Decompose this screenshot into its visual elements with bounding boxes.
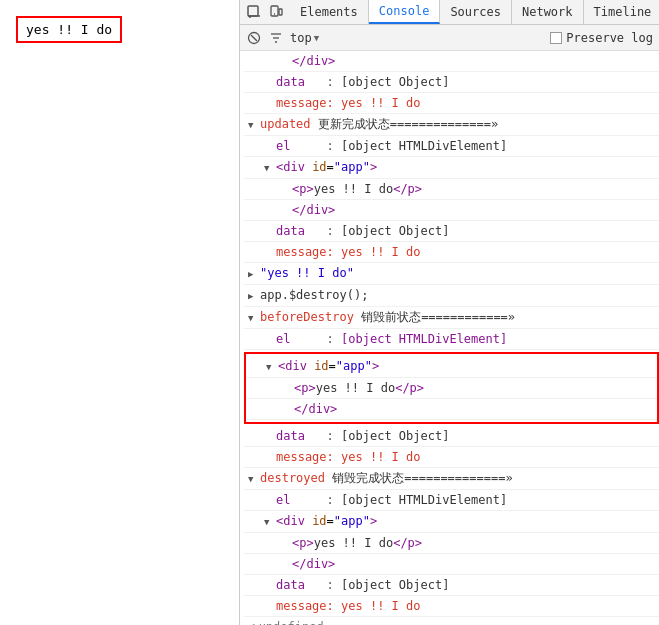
output-text: yes !! I do [26, 22, 112, 37]
context-select[interactable]: top ▼ [290, 31, 319, 45]
list-item[interactable]: app.$destroy(); [244, 285, 659, 307]
list-item: message: yes !! I do [244, 596, 659, 617]
list-item[interactable]: <div id="app"> [244, 511, 659, 533]
preserve-log-container: Preserve log [550, 31, 653, 45]
tab-sources-label: Sources [450, 5, 501, 19]
tab-console-label: Console [379, 4, 430, 18]
list-item: data : [object Object] [244, 426, 659, 447]
context-arrow: ▼ [314, 33, 319, 43]
tab-timeline[interactable]: Timeline [584, 0, 659, 24]
tab-console[interactable]: Console [369, 0, 441, 24]
left-panel: yes !! I do [0, 0, 240, 625]
expand-destroyed-arrow[interactable] [248, 469, 260, 488]
preserve-log-label: Preserve log [566, 31, 653, 45]
expand-beforedestroy-arrow[interactable] [248, 308, 260, 327]
output-box: yes !! I do [16, 16, 122, 43]
list-item: </div> [244, 554, 659, 575]
devtools-tabs: Elements Console Sources Network Timelin… [240, 0, 659, 25]
console-content: </div> data : [object Object] message: y… [240, 51, 659, 625]
list-item: <p>yes !! I do</p> [244, 533, 659, 554]
list-item[interactable]: "yes !! I do" [244, 263, 659, 285]
preserve-log-checkbox[interactable] [550, 32, 562, 44]
list-item: <p>yes !! I do</p> [244, 179, 659, 200]
inspect-icon[interactable] [246, 4, 262, 20]
list-item: <p>yes !! I do</p> [246, 378, 657, 399]
list-item: data : [object Object] [244, 72, 659, 93]
list-item: el : [object HTMLDivElement] [244, 329, 659, 350]
expand-destroy-arrow[interactable] [248, 286, 260, 305]
highlighted-section-1: <div id="app"> <p>yes !! I do</p> </div> [244, 352, 659, 424]
list-item: </div> [244, 200, 659, 221]
tab-sources[interactable]: Sources [440, 0, 512, 24]
tab-network[interactable]: Network [512, 0, 584, 24]
expand-div3-arrow[interactable] [264, 512, 276, 531]
devtools-icons [240, 4, 290, 20]
devtools-panel: Elements Console Sources Network Timelin… [240, 0, 659, 625]
context-value: top [290, 31, 312, 45]
tab-elements[interactable]: Elements [290, 0, 369, 24]
expand-div2-arrow[interactable] [266, 357, 278, 376]
list-item[interactable]: <div id="app"> [244, 157, 659, 179]
tab-network-label: Network [522, 5, 573, 19]
list-item: </div> [246, 399, 657, 420]
output-arrow: ◀ [248, 618, 255, 625]
list-item: message: yes !! I do [244, 447, 659, 468]
left-panel-content: yes !! I do [0, 0, 239, 59]
expand-yes-arrow[interactable] [248, 264, 260, 283]
filter-icon[interactable] [268, 30, 284, 46]
expand-div-arrow[interactable] [264, 158, 276, 177]
tab-timeline-label: Timeline [594, 5, 652, 19]
list-item: el : [object HTMLDivElement] [244, 136, 659, 157]
devtools-toolbar: top ▼ Preserve log [240, 25, 659, 51]
list-item: </div> [244, 51, 659, 72]
device-icon[interactable] [268, 4, 284, 20]
list-item[interactable]: <div id="app"> [246, 356, 657, 378]
list-item: message: yes !! I do [244, 93, 659, 114]
list-item: data : [object Object] [244, 221, 659, 242]
list-item: data : [object Object] [244, 575, 659, 596]
list-item: message: yes !! I do [244, 242, 659, 263]
expand-updated-arrow[interactable] [248, 115, 260, 134]
list-item[interactable]: destroyed 销毁完成状态==============» [244, 468, 659, 490]
list-item[interactable]: updated 更新完成状态==============» [244, 114, 659, 136]
tab-elements-label: Elements [300, 5, 358, 19]
svg-line-7 [251, 35, 257, 41]
clear-icon[interactable] [246, 30, 262, 46]
svg-rect-0 [248, 6, 258, 16]
list-item: ◀ undefined [244, 617, 659, 625]
list-item: el : [object HTMLDivElement] [244, 490, 659, 511]
svg-rect-4 [279, 9, 282, 15]
list-item[interactable]: beforeDestroy 销毁前状态============» [244, 307, 659, 329]
